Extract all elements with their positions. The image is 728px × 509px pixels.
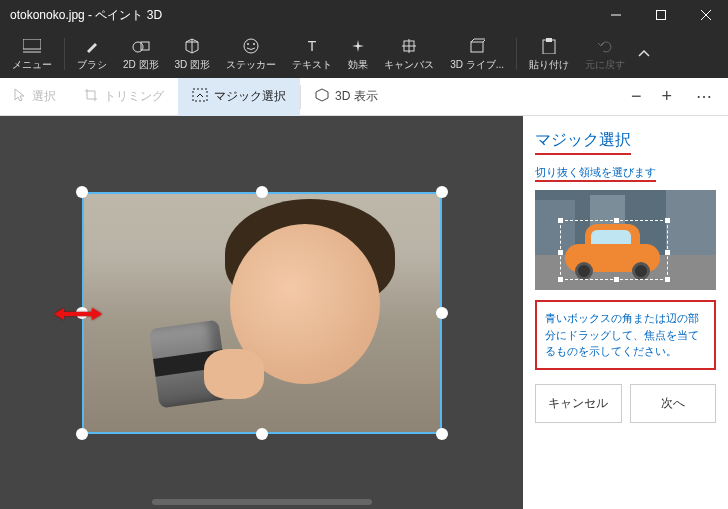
secondary-toolbar: 選択 トリミング マジック選択 3D 表示 − + ⋯: [0, 78, 728, 116]
brush-label: ブラシ: [77, 58, 107, 72]
canvas-icon: [401, 36, 417, 56]
horizontal-scrollbar[interactable]: [152, 499, 372, 505]
crop-tool-button[interactable]: トリミング: [70, 78, 178, 116]
menu-button[interactable]: メニュー: [4, 30, 60, 78]
undo-button[interactable]: 元に戻す: [577, 30, 633, 78]
cursor-icon: [14, 88, 26, 105]
text-icon: T: [305, 36, 319, 56]
ribbon-toolbar: メニュー ブラシ 2D 図形 3D 図形 ステッカー T テキスト 効果 キャン…: [0, 30, 728, 78]
crop-icon: [84, 88, 98, 105]
3d-library-button[interactable]: 3D ライブ...: [442, 30, 512, 78]
stickers-icon: [243, 36, 259, 56]
paste-icon: [542, 36, 556, 56]
svg-point-8: [244, 39, 258, 53]
text-button[interactable]: T テキスト: [284, 30, 340, 78]
cancel-button[interactable]: キャンセル: [535, 384, 622, 423]
resize-handle-top-left[interactable]: [76, 186, 88, 198]
preview-illustration: [535, 190, 716, 290]
canvas-button[interactable]: キャンバス: [376, 30, 442, 78]
brush-icon: [84, 36, 100, 56]
resize-handle-top-middle[interactable]: [256, 186, 268, 198]
undo-icon: [597, 36, 613, 56]
svg-text:T: T: [308, 39, 317, 53]
menu-icon: [23, 36, 41, 56]
stickers-label: ステッカー: [226, 58, 276, 72]
shapes2d-icon: [132, 36, 150, 56]
zoom-in-button[interactable]: +: [651, 78, 682, 116]
svg-rect-17: [546, 38, 552, 42]
resize-handle-bottom-right[interactable]: [436, 428, 448, 440]
magic-select-button[interactable]: マジック選択: [178, 78, 300, 116]
close-button[interactable]: [683, 0, 728, 30]
undo-label: 元に戻す: [585, 58, 625, 72]
resize-handle-bottom-left[interactable]: [76, 428, 88, 440]
next-button[interactable]: 次へ: [630, 384, 717, 423]
stickers-button[interactable]: ステッカー: [218, 30, 284, 78]
effects-button[interactable]: 効果: [340, 30, 376, 78]
ribbon-expand-button[interactable]: [633, 30, 655, 78]
magic-select-label: マジック選択: [214, 88, 286, 105]
paste-label: 貼り付け: [529, 58, 569, 72]
minimize-button[interactable]: [593, 0, 638, 30]
svg-rect-18: [193, 89, 207, 101]
crop-label: トリミング: [104, 88, 164, 105]
3d-library-icon: [469, 36, 485, 56]
canvas-label: キャンバス: [384, 58, 434, 72]
photo-content: [204, 349, 264, 399]
svg-rect-4: [23, 39, 41, 49]
more-button[interactable]: ⋯: [682, 87, 728, 106]
window-title: otokonoko.jpg - ペイント 3D: [0, 7, 593, 24]
separator: [516, 38, 517, 70]
3d-library-label: 3D ライブ...: [450, 58, 504, 72]
text-label: テキスト: [292, 58, 332, 72]
instruction-text: 青いボックスの角または辺の部分にドラッグして、焦点を当てるものを示してください。: [535, 300, 716, 370]
magic-select-icon: [192, 88, 208, 105]
panel-subtitle: 切り抜く領域を選びます: [535, 165, 656, 182]
zoom-out-button[interactable]: −: [621, 78, 652, 116]
select-tool-button[interactable]: 選択: [0, 78, 70, 116]
resize-handle-middle-right[interactable]: [436, 307, 448, 319]
preview-selection: [560, 220, 668, 280]
3d-view-label: 3D 表示: [335, 88, 378, 105]
selection-box[interactable]: [82, 192, 442, 434]
brush-button[interactable]: ブラシ: [69, 30, 115, 78]
content-area: マジック選択 切り抜く領域を選びます 青いボックスの角または辺の部分にドラッグし…: [0, 116, 728, 509]
paste-button[interactable]: 貼り付け: [521, 30, 577, 78]
drag-arrow-annotation: [54, 307, 102, 325]
side-panel: マジック選択 切り抜く領域を選びます 青いボックスの角または辺の部分にドラッグし…: [523, 116, 728, 509]
canvas-area[interactable]: [0, 116, 523, 509]
select-label: 選択: [32, 88, 56, 105]
shapes3d-label: 3D 図形: [175, 58, 211, 72]
maximize-button[interactable]: [638, 0, 683, 30]
3d-view-icon: [315, 88, 329, 105]
svg-point-10: [253, 43, 255, 45]
panel-title: マジック選択: [535, 130, 631, 155]
effects-icon: [350, 36, 366, 56]
svg-rect-1: [656, 11, 665, 20]
3d-view-button[interactable]: 3D 表示: [301, 78, 392, 116]
shapes2d-label: 2D 図形: [123, 58, 159, 72]
svg-point-9: [247, 43, 249, 45]
shapes2d-button[interactable]: 2D 図形: [115, 30, 167, 78]
resize-handle-bottom-middle[interactable]: [256, 428, 268, 440]
menu-label: メニュー: [12, 58, 52, 72]
shapes3d-icon: [184, 36, 200, 56]
separator: [64, 38, 65, 70]
effects-label: 効果: [348, 58, 368, 72]
resize-handle-top-right[interactable]: [436, 186, 448, 198]
svg-rect-15: [471, 42, 483, 52]
shapes3d-button[interactable]: 3D 図形: [167, 30, 219, 78]
title-bar: otokonoko.jpg - ペイント 3D: [0, 0, 728, 30]
svg-rect-16: [543, 40, 555, 54]
